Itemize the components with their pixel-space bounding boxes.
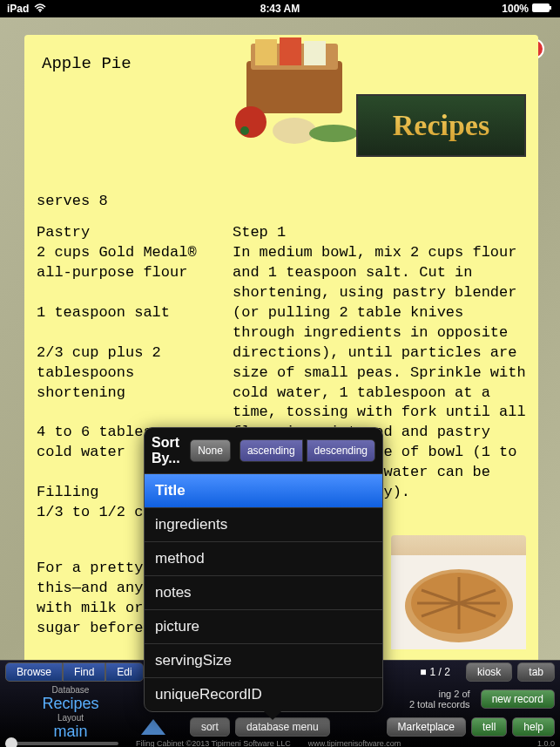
layout-label: Layout: [5, 713, 136, 723]
status-bar: iPad 8:43 AM 100%: [0, 0, 560, 17]
tab-button[interactable]: tab: [517, 662, 555, 682]
recipe-title[interactable]: Apple Pie: [37, 51, 202, 112]
svg-point-11: [309, 125, 358, 142]
sort-item-title[interactable]: Title: [145, 474, 382, 508]
sort-none-button[interactable]: None: [190, 439, 231, 462]
sort-popover: Sort By... None ascending descending Tit…: [144, 427, 383, 712]
arrow-up-icon[interactable]: [141, 719, 165, 735]
device-label: iPad: [7, 3, 29, 15]
svg-rect-2: [550, 6, 551, 10]
sort-button[interactable]: sort: [190, 717, 230, 737]
svg-point-0: [39, 10, 41, 12]
tell-button[interactable]: tell: [471, 717, 507, 737]
svg-point-8: [235, 106, 267, 138]
database-value: Recipes: [5, 695, 136, 713]
marketplace-button[interactable]: Marketplace: [387, 717, 466, 737]
popover-arrow-icon: [262, 710, 283, 720]
svg-point-10: [273, 118, 316, 144]
sort-item-method[interactable]: method: [145, 542, 382, 576]
browse-button[interactable]: Browse: [5, 662, 63, 682]
svg-rect-7: [304, 41, 326, 65]
database-selector[interactable]: Database Recipes: [5, 685, 136, 713]
zoom-slider[interactable]: [5, 742, 118, 745]
recipe-photo[interactable]: [391, 535, 526, 629]
banner-text: Recipes: [393, 109, 489, 142]
version-text: 1.0.0: [537, 739, 555, 747]
sort-item-notes[interactable]: notes: [145, 576, 382, 610]
wifi-icon: [34, 3, 46, 15]
sort-ascending-button[interactable]: ascending: [240, 439, 303, 462]
svg-rect-6: [280, 37, 301, 65]
serves-field[interactable]: serves 8: [24, 186, 538, 216]
sort-item-picture[interactable]: picture: [145, 610, 382, 644]
sort-field-list: Title ingredients method notes picture s…: [145, 474, 382, 711]
sort-item-uniquerecordid[interactable]: uniqueRecordID: [145, 678, 382, 711]
new-record-button[interactable]: new record: [481, 689, 555, 709]
svg-rect-1: [532, 3, 550, 12]
page-indicator: 1 / 2: [430, 666, 450, 678]
svg-point-9: [240, 126, 249, 135]
database-menu-button[interactable]: database menu: [235, 717, 330, 737]
sort-item-servingsize[interactable]: servingSize: [145, 644, 382, 678]
battery-icon: [532, 3, 553, 15]
help-button[interactable]: help: [512, 717, 555, 737]
recipe-box-illustration: [220, 31, 368, 148]
sort-item-ingredients[interactable]: ingredients: [145, 508, 382, 542]
copyright-text: Filing Cabinet ©2013 Tipirneni Software …: [136, 739, 291, 747]
url-text: www.tipirnenisoftware.com: [308, 739, 401, 747]
layout-selector[interactable]: Layout main: [5, 713, 136, 741]
sort-descending-button[interactable]: descending: [307, 439, 375, 462]
edit-button[interactable]: Edi: [105, 662, 143, 682]
kiosk-button[interactable]: kiosk: [466, 662, 512, 682]
battery-label: 100%: [502, 3, 529, 15]
popover-title: Sort By...: [152, 435, 186, 466]
recipes-banner: Recipes: [356, 94, 526, 157]
notes-field[interactable]: For a pretty this—and any with milk or s…: [37, 560, 152, 676]
record-count: ing 2 of 2 total records: [409, 689, 476, 710]
layout-value: main: [5, 723, 136, 741]
database-label: Database: [5, 685, 136, 695]
svg-rect-5: [255, 39, 277, 65]
find-button[interactable]: Find: [63, 662, 105, 682]
status-time: 8:43 AM: [189, 3, 371, 15]
